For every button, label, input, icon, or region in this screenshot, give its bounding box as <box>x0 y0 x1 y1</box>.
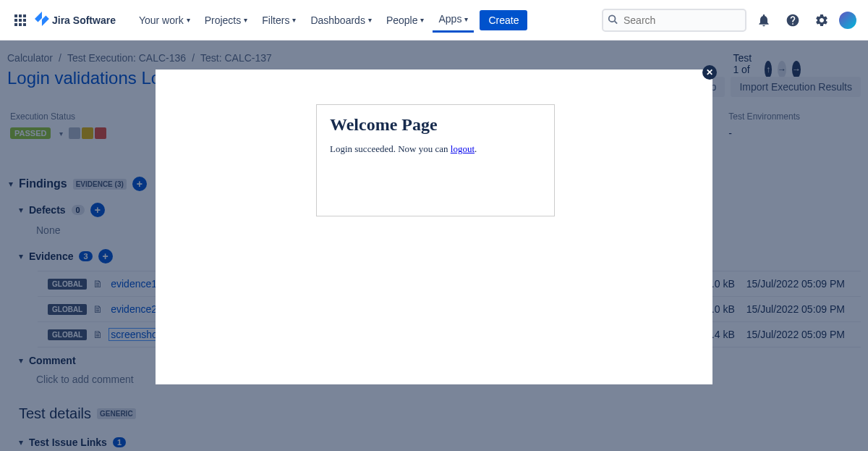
modal-content: Welcome Page Login succeeded. Now you ca… <box>316 104 555 216</box>
app-switcher-icon[interactable] <box>12 12 29 29</box>
help-icon[interactable] <box>781 9 804 32</box>
nav-items: Your work▾ Projects▾ Filters▾ Dashboards… <box>133 7 474 33</box>
logo[interactable]: Jira Software <box>35 12 116 28</box>
svg-rect-6 <box>14 23 17 26</box>
logo-text: Jira Software <box>52 14 116 26</box>
search-box <box>602 9 746 32</box>
create-button[interactable]: Create <box>480 10 527 30</box>
svg-rect-4 <box>19 19 22 22</box>
notifications-icon[interactable] <box>752 9 775 32</box>
svg-rect-2 <box>23 14 26 17</box>
nav-filters[interactable]: Filters▾ <box>256 7 302 33</box>
modal-title: Welcome Page <box>330 115 541 135</box>
modal: ✕ Welcome Page Login succeeded. Now you … <box>156 69 712 384</box>
logout-link[interactable]: logout <box>451 143 475 154</box>
svg-rect-7 <box>19 23 22 26</box>
settings-icon[interactable] <box>810 9 833 32</box>
nav-apps[interactable]: Apps▾ <box>433 7 474 33</box>
svg-rect-3 <box>14 19 17 22</box>
svg-rect-1 <box>19 14 22 17</box>
nav-projects[interactable]: Projects▾ <box>199 7 254 33</box>
jira-icon <box>35 12 49 28</box>
nav-people[interactable]: People▾ <box>380 7 430 33</box>
modal-overlay[interactable]: ✕ Welcome Page Login succeeded. Now you … <box>0 41 868 451</box>
svg-rect-5 <box>23 19 26 22</box>
modal-text: Login succeeded. Now you can logout. <box>330 143 541 155</box>
svg-rect-0 <box>14 14 17 17</box>
topnav-left: Jira Software Your work▾ Projects▾ Filte… <box>12 7 527 33</box>
topnav-right <box>602 9 856 32</box>
search-input[interactable] <box>602 9 746 32</box>
avatar[interactable] <box>839 12 856 29</box>
nav-dashboards[interactable]: Dashboards▾ <box>305 7 378 33</box>
nav-your-work[interactable]: Your work▾ <box>133 7 196 33</box>
search-icon <box>608 14 618 26</box>
close-icon[interactable]: ✕ <box>702 65 717 80</box>
top-nav: Jira Software Your work▾ Projects▾ Filte… <box>0 0 868 41</box>
svg-rect-8 <box>23 23 26 26</box>
svg-line-10 <box>615 21 618 24</box>
svg-point-9 <box>609 15 616 22</box>
